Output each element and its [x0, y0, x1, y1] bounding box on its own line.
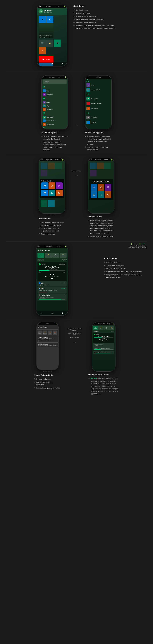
refined-next[interactable]: ⏭: [107, 339, 108, 340]
actual-q4-icon: 🔕: [54, 332, 56, 333]
refined-quick-1[interactable]: ✓ Available: [93, 326, 98, 330]
app-abyss[interactable]: A Abyss: [42, 100, 68, 104]
quick-bluetooth[interactable]: ⚡ Bluetooth: [45, 253, 52, 258]
refined-folder-tile-p[interactable]: P: [105, 184, 111, 191]
refined-app-boa[interactable]: B Bank of America: [85, 101, 111, 106]
tile-camera[interactable]: 📷: [39, 40, 46, 46]
action-center-screen: Action Center ✓ Available ⚡ Bluetooth: [36, 248, 68, 316]
time-8: 10:48: [107, 323, 110, 324]
notif-mv-title: Store: [41, 288, 44, 289]
carrier-2: Microsoft: [49, 76, 55, 78]
carrier-4: Microsoft: [46, 159, 52, 160]
actual-quick-2[interactable]: ⚡ Bluetooth: [42, 330, 47, 335]
clean-all-button[interactable]: Clean all: [37, 259, 44, 261]
refined-song-title: Will You Be There: [94, 336, 113, 337]
refined-app-calc[interactable]: 🖩 Calculator: [85, 115, 111, 120]
play-pause-button[interactable]: ⏸: [50, 274, 54, 279]
refined-music-widget: ♪ Spotify Will You Be There ⏮ ⏸ ⏭: [93, 333, 114, 343]
back-icon[interactable]: ←: [41, 63, 43, 65]
rfq3-label: Tiles: [106, 328, 107, 329]
tile-orange[interactable]: ♪: [39, 47, 46, 54]
actual-folder-label: Real screenshot: [47, 214, 56, 216]
folder-tile-o2[interactable]: O: [56, 190, 62, 196]
refined-play[interactable]: ⏸: [102, 338, 105, 341]
app-briguel[interactable]: B Briguel Mini: [42, 123, 68, 126]
tile-edge[interactable]: e: [46, 16, 53, 23]
refined-quick-3[interactable]: ⊞ Tiles: [104, 326, 109, 330]
app-badpiggies-label: BadPiggies: [46, 116, 54, 118]
bg-tiles-row: [40, 162, 64, 177]
annotation-item-6: Interactive Live Tiles: you can slide in…: [73, 24, 116, 30]
actual-q1-icon: ✓: [39, 332, 40, 333]
windows-icon-ac[interactable]: ⊞: [51, 312, 53, 314]
search-box-large[interactable]: Search: [43, 80, 67, 84]
start-screen-phone: ●●● Microsoft 10:48 🔋 JB Joe Belfiore @j…: [37, 4, 67, 66]
folder-tile-w[interactable]: W: [41, 182, 48, 189]
app-bing[interactable]: B Bing: [42, 89, 68, 93]
tile-green[interactable]: 📲: [54, 40, 61, 46]
store-icon: ⊞: [39, 282, 40, 284]
refined-app-alarms-icon: ⏰: [86, 88, 90, 92]
battery-charging: 🔋 In use: [139, 243, 145, 245]
search-icon-refined[interactable]: ⚲: [109, 76, 110, 78]
prev-button[interactable]: ⏮: [45, 275, 47, 278]
tile-small[interactable]: 📂: [46, 40, 53, 46]
refined-quick-4[interactable]: 🔆 Bright: [109, 326, 114, 330]
section-action-center: 🔋 Charging 🔋 In use Battery indicator ch…: [0, 242, 153, 319]
refined-apps-title: Refined All Apps list: [85, 131, 112, 134]
refined-folder-tile-s[interactable]: S: [98, 191, 104, 198]
folder-tile-w2[interactable]: W: [41, 190, 48, 196]
annotation-item-3: All tiles MUST be transparent: [73, 15, 116, 18]
refined-controls: ⏮ ⏸ ⏭: [94, 338, 113, 341]
search-icon[interactable]: ⚲: [61, 63, 63, 65]
tile-news[interactable]: Obama starts 2016 with a fight over gun …: [39, 24, 53, 38]
quick-available[interactable]: ✓ Available: [37, 253, 44, 258]
chevron-down-icon[interactable]: ▾: [65, 294, 65, 296]
refined-letter-b: B: [85, 92, 111, 96]
app-bestream[interactable]: B BEstream: [42, 93, 68, 96]
app-appraisin[interactable]: A AppRaisin: [42, 108, 68, 111]
refined-prev[interactable]: ⏮: [99, 339, 101, 340]
refined-folder-tile-o2[interactable]: O: [105, 191, 111, 198]
actual-apps-title: Actual All Apps list: [41, 131, 68, 134]
actual-quick-4[interactable]: 🔕 Silent: [53, 330, 57, 335]
actual-quick-1[interactable]: ✓ Available: [38, 330, 42, 335]
expand-icon[interactable]: Expand: [62, 259, 67, 260]
tile-phone[interactable]: 📱: [39, 16, 46, 23]
refined-app-briguel[interactable]: B Briguel Mini: [85, 106, 111, 111]
refined-quick-2[interactable]: ⚡ BT: [98, 326, 103, 330]
refined-folder-tile-w2[interactable]: W: [91, 191, 97, 198]
back-icon-ac[interactable]: ←: [40, 312, 43, 314]
letter-b2: B: [42, 111, 68, 115]
refined-clean-all[interactable]: Clean all: [93, 330, 99, 332]
folder-title-small: Getting stuff done: [41, 180, 63, 182]
folder-tile-o[interactable]: O: [48, 182, 55, 189]
bg-tiles: [39, 161, 65, 178]
search-icon-ac[interactable]: ⚲: [62, 312, 63, 314]
refined-app-badpiggies[interactable]: 🐷 Bad Piggies: [85, 96, 111, 101]
refined-apps-list: A A Abyss ⏰ Alarms & Clock B 🐷 Bad Pig: [85, 78, 111, 125]
bg-tile-1: [41, 162, 47, 169]
app-badpiggies[interactable]: 🐷 BadPiggies: [42, 115, 68, 119]
refined-ac-ann-list: UPDATE: Following feedback, there is no …: [88, 377, 119, 395]
actual-folder-ann-3: Damn opaque tiles!: [38, 233, 65, 235]
refined-app-cortana[interactable]: C Cortana: [85, 120, 111, 125]
refined-app-alarms[interactable]: ⏰ Alarms & Clock: [85, 88, 111, 92]
refined-expand[interactable]: Expand: [111, 330, 114, 332]
folder-tile-p[interactable]: P: [56, 182, 62, 189]
refined-folder-tile-w[interactable]: W: [91, 184, 97, 191]
app-bancobrasil[interactable]: B Banco do Brasil: [42, 119, 68, 123]
notif-mv-cancel[interactable]: Cancel: [61, 288, 65, 289]
refined-app-boa-label: Bank of America: [91, 103, 101, 104]
quick-alltiles1[interactable]: ⊞ All tiles: [52, 253, 59, 258]
windows-icon[interactable]: ⊞: [51, 63, 53, 65]
actual-quick-3[interactable]: 🔆 Bright: [48, 330, 52, 335]
tile-youtube[interactable]: ▶ YouTube: [39, 56, 53, 63]
next-button[interactable]: ⏭: [57, 275, 59, 278]
app-alarms[interactable]: ⏰ Abyss: [42, 104, 68, 108]
folder-tile-s[interactable]: S: [48, 190, 55, 196]
refined-app-abyss[interactable]: A Abyss: [85, 82, 111, 88]
battery-5: 🔋: [111, 159, 113, 160]
refined-folder-tile-o[interactable]: O: [98, 184, 104, 191]
quick-alltiles2[interactable]: 🔆 All tiles: [60, 253, 67, 258]
